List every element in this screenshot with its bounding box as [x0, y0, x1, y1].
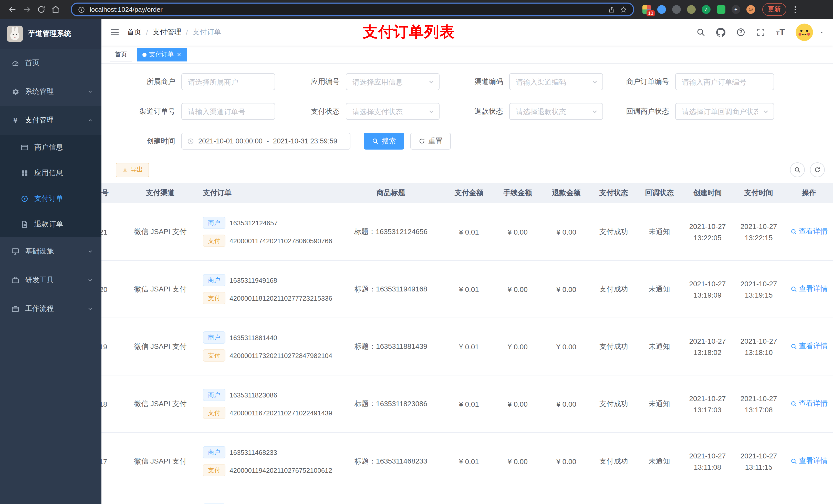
- clock-icon: [187, 138, 194, 145]
- fullscreen-icon[interactable]: [756, 28, 765, 37]
- cell-channel: 微信 JSAPI 支付: [122, 375, 199, 433]
- chrome-menu-icon[interactable]: [792, 4, 798, 15]
- home-button[interactable]: [48, 2, 63, 17]
- help-icon[interactable]: [736, 28, 745, 37]
- cell-amount: ¥ 0.01: [445, 318, 493, 375]
- tab-home[interactable]: 首页: [110, 48, 132, 62]
- chrome-update-button[interactable]: 更新: [762, 3, 786, 16]
- merchant-tag: 商户: [203, 274, 225, 286]
- sidebar-item-pay[interactable]: ¥ 支付管理: [0, 106, 101, 135]
- breadcrumb-home[interactable]: 首页: [127, 28, 141, 37]
- bookmark-star-icon[interactable]: [620, 6, 627, 13]
- close-icon[interactable]: [176, 52, 182, 57]
- cell-fee: ¥ 0.00: [493, 261, 542, 318]
- view-detail-link[interactable]: 查看详情: [790, 457, 828, 466]
- table-row: 120 微信 JSAPI 支付 商户 1635311949168 支付 4200…: [101, 261, 833, 318]
- table-row: 商户 1635311457368 支付 查看详情: [101, 490, 833, 504]
- toggle-search-button[interactable]: [790, 162, 805, 177]
- extension-olive-icon[interactable]: [687, 5, 696, 14]
- cell-notify: 未通知: [637, 433, 682, 490]
- col-pay-time: 支付时间: [733, 183, 784, 203]
- merchant-order-no: 1635311949168: [230, 276, 277, 284]
- cell-pay-time: 2021-10-2713:22:15: [733, 203, 784, 261]
- view-detail-link[interactable]: 查看详情: [790, 285, 828, 294]
- channel-code-select[interactable]: [509, 73, 603, 90]
- cell-action: 查看详情: [784, 433, 833, 490]
- sidebar-item-system[interactable]: 系统管理: [0, 77, 101, 106]
- reload-button[interactable]: [34, 2, 48, 17]
- share-icon[interactable]: [608, 6, 615, 13]
- channel-order-no-input[interactable]: [181, 103, 275, 120]
- sidebar-item-home[interactable]: 首页: [0, 49, 101, 77]
- site-info-icon[interactable]: [78, 6, 85, 13]
- breadcrumb-current: 支付订单: [193, 28, 221, 37]
- merchant-tag: 商户: [203, 446, 225, 458]
- cell-pay-time: 2021-10-2713:18:10: [733, 318, 784, 375]
- export-button[interactable]: 导出: [116, 163, 149, 177]
- pay-tag: 支付: [203, 235, 225, 247]
- extension-blue-icon[interactable]: [657, 5, 666, 14]
- cell-order: 商户 1635311457368 支付: [199, 490, 337, 504]
- cell-refund: ¥ 0.00: [542, 203, 591, 261]
- search-button[interactable]: 搜索: [364, 133, 404, 149]
- pay-status-select[interactable]: [346, 103, 439, 120]
- caret-down-icon[interactable]: [819, 29, 825, 35]
- extension-check-icon[interactable]: [702, 5, 711, 14]
- cell-id: 118: [101, 375, 122, 433]
- breadcrumb: 首页 / 支付管理 / 支付订单: [127, 28, 221, 37]
- extension-dark-icon[interactable]: [672, 5, 681, 14]
- font-size-icon[interactable]: [776, 28, 785, 37]
- search-icon[interactable]: [696, 28, 706, 37]
- logo-rabbit-avatar: [7, 26, 23, 42]
- reset-button[interactable]: 重置: [410, 133, 451, 149]
- cell-create-time: 2021-10-2713:22:05: [682, 203, 733, 261]
- view-detail-link[interactable]: 查看详情: [790, 342, 828, 351]
- cell-notify: 未通知: [637, 375, 682, 433]
- extension-grid-icon[interactable]: 10: [642, 5, 651, 14]
- back-button[interactable]: [5, 2, 20, 17]
- cell-status: 支付成功: [591, 261, 637, 318]
- cell-amount: [445, 490, 493, 504]
- cell-channel: [122, 490, 199, 504]
- hamburger-icon[interactable]: [110, 27, 120, 38]
- sidebar-item-dev-tools[interactable]: 研发工具: [0, 266, 101, 294]
- cell-order: 商户 1635311949168 支付 42000011812021102777…: [199, 261, 337, 318]
- refund-status-select[interactable]: [509, 103, 603, 120]
- cell-create-time: 2021-10-2713:19:09: [682, 261, 733, 318]
- address-bar[interactable]: localhost:1024/pay/order: [71, 3, 634, 16]
- sidebar-item-refund-order[interactable]: 退款订单: [0, 212, 101, 237]
- navbar-actions: [696, 24, 825, 41]
- notify-status-select[interactable]: [675, 103, 774, 120]
- order-table-wrap: 编号 支付渠道 支付订单 商品标题 支付金额 手续金额 退款金额 支付状态 回调…: [101, 183, 833, 504]
- user-avatar[interactable]: [795, 24, 813, 41]
- merchant-order-no-input[interactable]: [675, 73, 774, 90]
- sidebar-item-merchant-info[interactable]: 商户信息: [0, 135, 101, 160]
- cell-amount: ¥ 0.01: [445, 203, 493, 261]
- forward-button[interactable]: [20, 2, 34, 17]
- sidebar-item-app-info[interactable]: 应用信息: [0, 160, 101, 186]
- github-icon[interactable]: [716, 28, 725, 37]
- cell-channel: 微信 JSAPI 支付: [122, 318, 199, 375]
- sidebar-item-pay-order[interactable]: 支付订单: [0, 186, 101, 212]
- profile-avatar-icon[interactable]: [746, 5, 755, 14]
- app-no-select[interactable]: [346, 73, 439, 90]
- cell-channel: 微信 JSAPI 支付: [122, 433, 199, 490]
- create-time-range-picker[interactable]: 2021-10-01 00:00:00 - 2021-10-31 23:59:5…: [181, 133, 351, 149]
- refresh-button[interactable]: [810, 162, 825, 177]
- view-detail-link[interactable]: 查看详情: [790, 227, 828, 236]
- merchant-filter-input[interactable]: [181, 73, 275, 90]
- url-text[interactable]: localhost:1024/pay/order: [90, 6, 603, 13]
- breadcrumb-pay[interactable]: 支付管理: [153, 28, 181, 37]
- col-title: 商品标题: [337, 183, 445, 203]
- tab-pay-order[interactable]: 支付订单: [137, 48, 187, 62]
- extensions-puzzle-icon[interactable]: [732, 5, 740, 14]
- view-detail-link[interactable]: 查看详情: [790, 399, 828, 408]
- grid-icon: [21, 169, 29, 177]
- extension-book-icon[interactable]: [717, 5, 725, 14]
- sidebar-logo[interactable]: 芋道管理系统: [0, 19, 101, 49]
- sidebar-item-workflow[interactable]: 工作流程: [0, 294, 101, 323]
- col-notify: 回调状态: [637, 183, 682, 203]
- credit-card-icon: [21, 143, 29, 152]
- cell-action: 查看详情: [784, 261, 833, 318]
- sidebar-item-infra[interactable]: 基础设施: [0, 237, 101, 266]
